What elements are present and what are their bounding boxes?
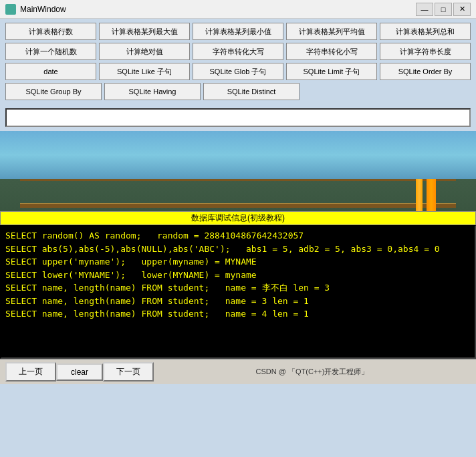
search-row [0, 104, 476, 131]
btn-lower[interactable]: 字符串转化小写 [286, 43, 377, 60]
close-button[interactable]: ✕ [453, 3, 471, 16]
output-line: SELECT upper('myname'); upper(myname) = … [5, 255, 471, 269]
output-line: SELECT lower('MYNAME'); lower(MYNAME) = … [5, 269, 471, 282]
btn-upper[interactable]: 字符串转化大写 [193, 43, 283, 60]
window-icon [5, 4, 16, 15]
maximize-button[interactable]: □ [435, 3, 452, 16]
btn-length[interactable]: 计算字符串长度 [380, 43, 471, 60]
watermark: CSDN @ 「QT(C++)开发工程师」 [154, 367, 471, 377]
toolbar-row-1: 计算表格行数 计算表格某列最大值 计算表格某列最小值 计算表格某列平均值 计算表… [5, 23, 471, 40]
btn-sum-col[interactable]: 计算表格某列总和 [380, 23, 471, 40]
window-controls: — □ ✕ [416, 3, 471, 16]
btn-abs[interactable]: 计算绝对值 [99, 43, 190, 60]
output-line: SELECT name, length(name) FROM student; … [5, 307, 471, 321]
bg-spacer [0, 131, 476, 211]
next-button[interactable]: 下一页 [103, 362, 154, 382]
toolbar-row-3: date SQLite Like 子句 SQLite Glob 子句 SQLit… [5, 63, 471, 80]
output-line: SELECT random() AS random; random = 2884… [5, 229, 471, 243]
btn-count-rows[interactable]: 计算表格行数 [5, 23, 96, 40]
search-input[interactable] [5, 108, 471, 127]
btn-like[interactable]: SQLite Like 子句 [99, 63, 190, 80]
btn-order-by[interactable]: SQLite Order By [380, 63, 471, 80]
output-line: SELECT name, length(name) FROM student; … [5, 281, 471, 295]
btn-having[interactable]: SQLite Having [104, 83, 201, 100]
btn-date[interactable]: date [5, 63, 96, 80]
db-label: 数据库调试信息(初级教程) [0, 211, 476, 225]
bg-canvas [0, 131, 476, 211]
output-line: SELECT name, length(name) FROM student; … [5, 295, 471, 308]
toolbar-row-4: SQLite Group By SQLite Having SQLite Dis… [5, 83, 471, 100]
prev-button[interactable]: 上一页 [5, 362, 56, 382]
output-area[interactable]: SELECT random() AS random; random = 2884… [0, 225, 476, 359]
btn-glob[interactable]: SQLite Glob 子句 [193, 63, 283, 80]
minimize-button[interactable]: — [416, 3, 433, 16]
toolbar: 计算表格行数 计算表格某列最大值 计算表格某列最小值 计算表格某列平均值 计算表… [0, 19, 476, 104]
btn-distinct[interactable]: SQLite Distinct [203, 83, 300, 100]
btn-max-col[interactable]: 计算表格某列最大值 [99, 23, 190, 40]
title-bar: MainWindow — □ ✕ [0, 0, 476, 19]
btn-min-col[interactable]: 计算表格某列最小值 [193, 23, 283, 40]
main-content: 计算表格行数 计算表格某列最大值 计算表格某列最小值 计算表格某列平均值 计算表… [0, 19, 476, 457]
btn-limit[interactable]: SQLite Limit 子句 [286, 63, 377, 80]
output-line: SELECT abs(5),abs(-5),abs(NULL),abs('ABC… [5, 243, 471, 256]
window-title: MainWindow [20, 5, 416, 14]
bottom-bar: 上一页 clear 下一页 CSDN @ 「QT(C++)开发工程师」 [0, 359, 476, 384]
clear-button[interactable]: clear [56, 363, 103, 381]
btn-random[interactable]: 计算一个随机数 [5, 43, 96, 60]
btn-group-by[interactable]: SQLite Group By [5, 83, 102, 100]
btn-avg-col[interactable]: 计算表格某列平均值 [286, 23, 377, 40]
toolbar-row-2: 计算一个随机数 计算绝对值 字符串转化大写 字符串转化小写 计算字符串长度 [5, 43, 471, 60]
